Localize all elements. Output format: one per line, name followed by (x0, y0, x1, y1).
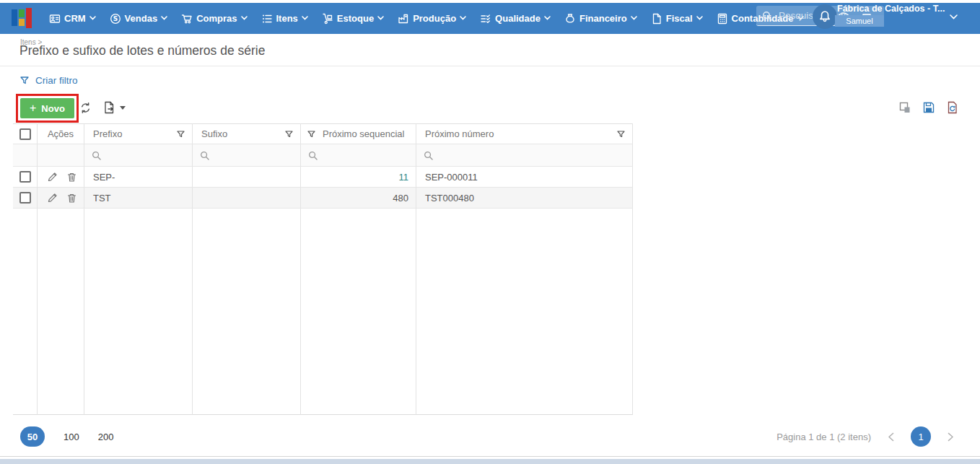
select-all-checkbox[interactable] (19, 128, 31, 140)
menu-vendas[interactable]: S Vendas (110, 13, 168, 25)
column-header-acoes: Ações (38, 123, 84, 144)
vendas-icon: S (110, 13, 121, 25)
cell-proximo-numero: TST000480 (416, 188, 633, 209)
column-filter-funnel-icon[interactable] (285, 131, 293, 138)
user-menu[interactable]: Fábrica de Calçados - T... Samuel (837, 4, 945, 14)
select-all-cell (13, 123, 38, 144)
logo-bar-yellow (19, 19, 25, 26)
column-filter-funnel-icon[interactable] (307, 131, 315, 138)
cell-sufixo (193, 167, 301, 188)
filter-input-prefixo[interactable] (84, 144, 193, 167)
compras-icon (181, 13, 193, 25)
menu-qualidade[interactable]: Qualidade (480, 13, 551, 25)
menu-estoque[interactable]: Estoque (322, 13, 384, 25)
menu-financeiro[interactable]: Financeiro (564, 13, 637, 25)
menu-label: Compras (196, 13, 237, 24)
filter-input-proximo-numero[interactable] (416, 144, 633, 167)
prev-page-button[interactable] (888, 432, 894, 442)
delete-button[interactable] (66, 193, 77, 203)
filter-input-sufixo[interactable] (193, 144, 301, 167)
pager: Página 1 de 1 (2 itens) 1 (776, 426, 954, 447)
menu-label: Estoque (337, 13, 374, 24)
column-filter-funnel-icon[interactable] (177, 131, 185, 138)
table-row-actions (38, 167, 84, 188)
menu-label: Itens (276, 13, 298, 24)
delete-button[interactable] (66, 172, 77, 183)
page-size-50[interactable]: 50 (20, 426, 45, 447)
menu-crm[interactable]: CRM (49, 13, 96, 25)
header-divider (0, 66, 980, 66)
page-number-button[interactable]: 1 (911, 426, 931, 447)
cell-prefixo: TST (84, 188, 193, 209)
logo-bar-blue (12, 9, 17, 26)
grid-empty-area (193, 209, 301, 415)
column-header-proximo-numero[interactable]: Próximo número (416, 123, 633, 144)
grid-empty-area (84, 209, 193, 415)
grid-tools (898, 101, 959, 114)
chevron-left-icon (888, 432, 894, 442)
create-filter-link[interactable]: Criar filtro (20, 75, 78, 86)
grid-empty-area (38, 209, 84, 415)
row-checkbox[interactable] (19, 192, 31, 203)
contabilidade-icon (717, 13, 728, 25)
column-chooser-icon (898, 101, 911, 114)
menu-producao[interactable]: Produção (398, 13, 466, 25)
data-grid: Ações Prefixo Sufixo Próximo sequencial … (13, 123, 633, 415)
edit-button[interactable] (47, 193, 58, 203)
user-menu-chevron-down-icon[interactable] (950, 14, 958, 20)
save-state-button[interactable] (922, 101, 935, 114)
grid-empty-area (13, 209, 38, 415)
chevron-down-icon (377, 16, 384, 21)
main-menu: CRM S Vendas Compras Itens Estoque Produ… (49, 13, 804, 25)
cell-sufixo (193, 188, 301, 209)
menu-itens[interactable]: Itens (261, 13, 308, 25)
search-icon (762, 11, 772, 21)
pager-info: Página 1 de 1 (2 itens) (776, 432, 871, 442)
column-chooser-button[interactable] (898, 101, 911, 114)
user-name-chip: Samuel (835, 15, 884, 27)
column-header-sufixo[interactable]: Sufixo (193, 123, 301, 144)
user-name: Samuel (846, 17, 872, 25)
annotation-red-box: + Novo (16, 94, 79, 123)
refresh-button[interactable] (79, 102, 92, 114)
plus-icon: + (30, 102, 36, 115)
chevron-down-icon (161, 16, 167, 21)
horizontal-scrollbar[interactable] (0, 459, 980, 464)
menu-compras[interactable]: Compras (181, 13, 247, 25)
itens-icon (261, 13, 273, 25)
filter-cell-empty (38, 144, 84, 167)
new-button[interactable]: + Novo (20, 98, 74, 118)
filter-input-proximo-sequencial[interactable] (301, 144, 416, 167)
menu-label: Qualidade (495, 13, 541, 24)
chevron-down-icon (241, 16, 248, 21)
reset-state-button[interactable] (946, 101, 959, 114)
export-icon (103, 101, 115, 114)
column-header-prefixo[interactable]: Prefixo (84, 123, 193, 144)
table-row-checkbox-cell (13, 167, 38, 188)
company-name: Fábrica de Calçados - T... (837, 4, 945, 14)
new-button-label: Novo (41, 103, 65, 114)
export-button[interactable] (103, 101, 126, 114)
next-page-button[interactable] (948, 432, 954, 442)
qualidade-icon (480, 13, 491, 25)
column-filter-funnel-icon[interactable] (617, 131, 625, 138)
chevron-right-icon (948, 432, 954, 442)
column-header-proximo-sequencial[interactable]: Próximo sequencial (301, 123, 416, 144)
filter-cell-empty (13, 144, 38, 167)
bottom-divider (0, 456, 980, 457)
app-logo[interactable] (12, 7, 33, 30)
page-size-100[interactable]: 100 (64, 432, 79, 442)
chevron-down-icon (696, 16, 703, 21)
menu-fiscal[interactable]: Fiscal (651, 13, 703, 25)
menu-label: Financeiro (579, 13, 627, 24)
notifications-button[interactable] (813, 4, 837, 29)
svg-text:S: S (113, 15, 117, 22)
financeiro-icon (564, 13, 576, 25)
export-dropdown-caret (120, 106, 126, 110)
bell-icon (818, 10, 831, 23)
row-checkbox[interactable] (19, 171, 31, 183)
chevron-down-icon (460, 16, 466, 21)
edit-button[interactable] (47, 172, 58, 183)
page-size-200[interactable]: 200 (98, 432, 114, 442)
logo-bar-red (26, 8, 32, 28)
